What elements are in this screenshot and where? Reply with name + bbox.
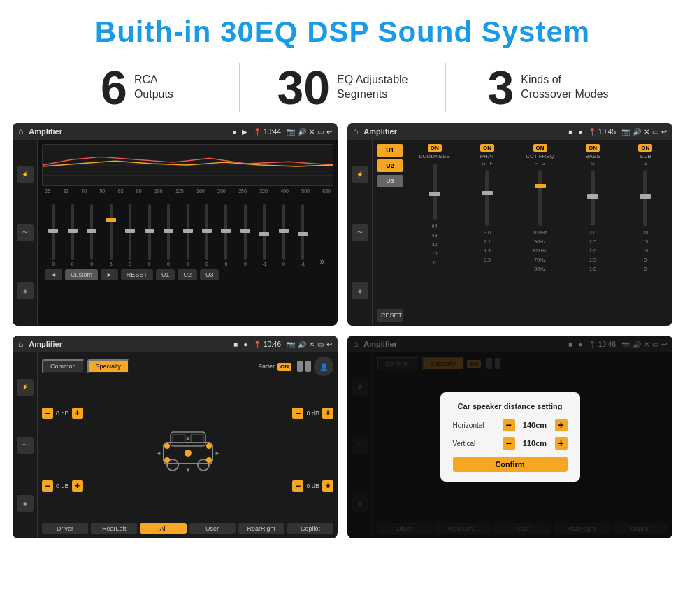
bass-slider[interactable] xyxy=(591,170,595,226)
dialog-horizontal-label: Horizontal xyxy=(453,422,498,429)
custom-btn[interactable]: Custom xyxy=(65,269,98,280)
vol2-plus[interactable]: + xyxy=(72,480,83,492)
stat-divider-2 xyxy=(445,63,446,112)
u3-btn[interactable]: U3 xyxy=(200,269,219,280)
stat-crossover-label: Kinds ofCrossover Modes xyxy=(521,73,608,102)
channel-u3[interactable]: U3 xyxy=(377,175,403,187)
mixer-reset-btn[interactable]: RESET xyxy=(377,309,403,322)
stats-row: 6 RCAOutputs 30 EQ AdjustableSegments 3 … xyxy=(0,56,685,123)
common-tab[interactable]: Common xyxy=(42,359,85,373)
rear-left-btn[interactable]: RearLeft xyxy=(91,523,137,534)
fader-settings-icon[interactable]: 👤 xyxy=(314,357,333,376)
sub-label: SUB xyxy=(640,153,651,159)
play-btn[interactable]: ► xyxy=(101,269,118,280)
fader-main: Common Specialty Fader ON 👤 − 0 dB + xyxy=(38,352,338,538)
sub-slider[interactable] xyxy=(643,170,647,226)
eq-slider-11: 0 xyxy=(237,204,254,266)
eq-bottom-bar[interactable]: ◄ Custom ► RESET U1 U2 U3 xyxy=(42,269,333,280)
channel-u1[interactable]: U1 xyxy=(377,144,403,157)
dialog-horizontal-row: Horizontal − 140cm + xyxy=(453,419,568,431)
eq-icon-2: 〜 xyxy=(17,224,34,241)
sub-on: ON xyxy=(638,144,652,152)
svg-text:▲: ▲ xyxy=(185,435,191,441)
stat-rca-number: 6 xyxy=(101,64,127,111)
vol1-minus[interactable]: − xyxy=(42,408,53,419)
dialog-horizontal-plus[interactable]: + xyxy=(555,419,568,431)
mixer-controls: ON LOUDNESS 644832160 ON PHAT G F xyxy=(408,140,672,326)
mixer-screen: ⌂ Amplifier ■ ● 📍 10:45 📷🔊✕▭↩ ⚡ 〜 ◈ U1 U… xyxy=(347,123,672,326)
loudness-numbers: 644832160 xyxy=(432,224,438,265)
loudness-label: LOUDNESS xyxy=(419,153,450,159)
page-title: Buith-in 30EQ DSP Sound System xyxy=(0,0,685,56)
mixer-icon-2: 〜 xyxy=(352,224,368,241)
dialog-vertical-value: 110cm xyxy=(519,439,551,447)
svg-point-9 xyxy=(164,443,170,449)
vol4-plus[interactable]: + xyxy=(322,480,333,492)
vol3-value: 0 dB xyxy=(306,410,319,417)
svg-text:◄: ◄ xyxy=(156,450,161,457)
svg-point-12 xyxy=(206,457,212,463)
copilot-btn[interactable]: Copilot xyxy=(287,523,333,534)
sub-numbers: 20151050 xyxy=(642,230,648,271)
eq-slider-8: 0 xyxy=(179,204,196,266)
cutfreq-label: CUT FREQ xyxy=(526,153,554,159)
u1-btn[interactable]: U1 xyxy=(156,269,175,280)
vol-1: − 0 dB + xyxy=(42,408,83,419)
vol4-minus[interactable]: − xyxy=(292,480,303,492)
vol1-plus[interactable]: + xyxy=(72,408,83,419)
rear-right-btn[interactable]: RearRight xyxy=(238,523,284,534)
vol-2: − 0 dB + xyxy=(42,480,83,492)
mixer-time: 📍 10:45 xyxy=(588,128,616,136)
eq-graph-svg xyxy=(43,145,333,185)
svg-rect-5 xyxy=(173,434,185,443)
vol4-value: 0 dB xyxy=(306,482,319,489)
specialty-tab[interactable]: Specialty xyxy=(87,359,130,373)
driver-btn[interactable]: Driver xyxy=(42,523,88,534)
fader-icon-3: ◈ xyxy=(17,495,34,512)
dialog-vertical-plus[interactable]: + xyxy=(555,437,568,450)
car-svg: ▲ ▼ ◄ ► xyxy=(153,422,223,478)
bass-label: BASS xyxy=(585,153,600,159)
fader-title: Amplifier xyxy=(29,340,228,348)
eq-dot-icon: ● xyxy=(232,128,236,136)
eq-title: Amplifier xyxy=(29,127,226,136)
stat-eq-label: EQ AdjustableSegments xyxy=(337,73,408,102)
module-loudness: ON LOUDNESS 644832160 xyxy=(410,144,459,322)
fader-dot2: ● xyxy=(243,341,247,348)
eq-slider-4: 5 xyxy=(102,204,119,266)
bass-numbers: 3.02.52.01.51.0 xyxy=(589,230,596,271)
stat-eq: 30 EQ AdjustableSegments xyxy=(247,64,438,111)
phat-slider[interactable] xyxy=(485,170,489,226)
dialog-horizontal-minus[interactable]: − xyxy=(503,419,515,431)
fader-topbar-icons: 📷🔊✕▭↩ xyxy=(287,341,332,348)
prev-btn[interactable]: ◄ xyxy=(45,269,62,280)
car-viz: ▲ ▼ ◄ ► xyxy=(89,379,287,520)
mixer-dot2: ● xyxy=(578,128,582,136)
mixer-icon-1: ⚡ xyxy=(352,166,368,183)
user-btn[interactable]: User xyxy=(189,523,236,534)
channel-u2[interactable]: U2 xyxy=(377,159,403,172)
loudness-slider[interactable] xyxy=(433,164,437,220)
vol3-plus[interactable]: + xyxy=(322,408,333,419)
fader-icon-1: ⚡ xyxy=(17,379,34,396)
all-btn[interactable]: All xyxy=(140,523,186,534)
svg-point-10 xyxy=(206,443,212,449)
dialog-vertical-minus[interactable]: − xyxy=(503,437,515,450)
module-bass: ON BASS G 3.02.52.01.51.0 xyxy=(568,144,616,322)
eq-slider-12: -1 xyxy=(256,204,273,266)
eq-slider-9: 0 xyxy=(199,204,215,266)
fader-content: ⚡ 〜 ◈ Common Specialty Fader ON 👤 xyxy=(13,352,338,538)
cutfreq-slider[interactable] xyxy=(538,170,542,226)
vol3-minus[interactable]: − xyxy=(292,408,303,419)
dialog-vertical-row: Vertical − 110cm + xyxy=(453,437,568,450)
reset-btn[interactable]: RESET xyxy=(121,269,153,280)
vol2-minus[interactable]: − xyxy=(42,480,53,492)
eq-screen: ⌂ Amplifier ● ▶ 📍 10:44 📷🔊✕▭↩ ⚡ 〜 ◈ xyxy=(13,123,338,326)
fader-topbar: ⌂ Amplifier ■ ● 📍 10:46 📷🔊✕▭↩ xyxy=(13,336,338,352)
module-sub: ON SUB G 20151050 xyxy=(621,144,670,322)
u2-btn[interactable]: U2 xyxy=(178,269,197,280)
vol1-value: 0 dB xyxy=(56,410,69,417)
fader-time: 📍 10:46 xyxy=(253,341,281,348)
confirm-button[interactable]: Confirm xyxy=(453,457,568,472)
fader-on-toggle[interactable]: ON xyxy=(277,363,291,371)
